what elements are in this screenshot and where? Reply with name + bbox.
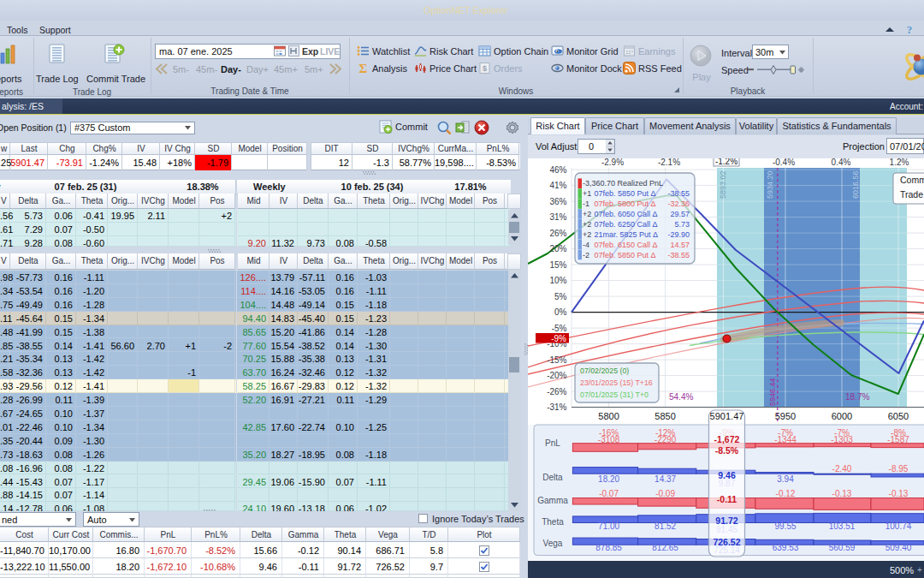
svg-text:Σ: Σ: [359, 62, 368, 74]
svg-text:-20%: -20%: [547, 371, 566, 380]
svg-text:18.20: 18.20: [598, 474, 619, 484]
svg-text:20%: 20%: [549, 244, 566, 253]
svg-text:-32.36: -32.36: [667, 200, 690, 208]
svg-text:Gamma: Gamma: [537, 496, 568, 505]
svg-text:-1303: -1303: [831, 435, 853, 444]
svg-text:-0.09: -0.09: [655, 489, 675, 498]
svg-text:6016.56: 6016.56: [851, 170, 860, 199]
svg-text:-1587: -1587: [887, 435, 909, 444]
svg-text:3.94: 3.94: [777, 474, 794, 484]
svg-text:878.85: 878.85: [595, 543, 622, 552]
svg-text:-2: -2: [583, 251, 589, 259]
svg-text:07feb. 6250 Call Δ: 07feb. 6250 Call Δ: [595, 220, 658, 229]
svg-text:91.72: 91.72: [715, 515, 737, 526]
svg-text:1.2%: 1.2%: [890, 158, 909, 167]
svg-text:100.74: 100.74: [886, 521, 912, 531]
svg-text:15%: 15%: [549, 260, 566, 270]
svg-text:07feb. 5850 Put Δ: 07feb. 5850 Put Δ: [595, 189, 656, 198]
svg-text:Vega: Vega: [543, 539, 563, 548]
svg-text:91.45: 91.45: [716, 525, 737, 534]
svg-text:-0.13: -0.13: [832, 489, 852, 498]
svg-text:PnL: PnL: [545, 438, 560, 448]
svg-text:31%: 31%: [549, 212, 566, 222]
svg-text:14.57: 14.57: [670, 241, 690, 249]
svg-text:18.7%: 18.7%: [845, 392, 869, 402]
svg-text:26%: 26%: [549, 229, 566, 238]
svg-text:-3,360.70 Realized PnL: -3,360.70 Realized PnL: [583, 179, 663, 188]
svg-text:07/02/2025 (0): 07/02/2025 (0): [580, 366, 629, 375]
svg-text:-2.1%: -2.1%: [658, 158, 680, 167]
svg-text:29.57: 29.57: [670, 210, 690, 218]
svg-text:Theta: Theta: [542, 517, 564, 527]
svg-text:6050: 6050: [888, 411, 909, 421]
svg-text:81.52: 81.52: [654, 521, 676, 531]
svg-text:-9%: -9%: [551, 334, 566, 343]
svg-text:+2: +2: [583, 210, 591, 218]
svg-text:99.55: 99.55: [774, 521, 796, 531]
svg-text:-1,672: -1,672: [714, 434, 740, 444]
svg-text:-8.95: -8.95: [889, 464, 909, 474]
svg-text:-0.12: -0.12: [776, 489, 796, 498]
svg-text:21mar. 5825 Put Δ: 21mar. 5825 Put Δ: [595, 230, 659, 239]
svg-text:-1: -1: [583, 200, 589, 208]
svg-text:07feb. 6050 Call Δ: 07feb. 6050 Call Δ: [595, 210, 658, 218]
svg-text:07feb. 6150 Call Δ: 07feb. 6150 Call Δ: [595, 241, 658, 249]
svg-text:41%: 41%: [549, 181, 566, 190]
svg-text:-1.2%: -1.2%: [715, 158, 737, 166]
svg-text:-0.11: -0.11: [717, 494, 737, 504]
svg-text:812.65: 812.65: [652, 543, 678, 552]
svg-text:+2: +2: [583, 230, 591, 239]
svg-text:-2.9%: -2.9%: [601, 158, 624, 167]
svg-text:-2.40: -2.40: [832, 464, 852, 474]
svg-text:+2: +2: [583, 220, 591, 229]
svg-text:0.4%: 0.4%: [832, 158, 851, 167]
svg-text:-4: -4: [583, 241, 589, 249]
svg-text:103.51: 103.51: [829, 521, 856, 531]
svg-text:5946.44: 5946.44: [768, 378, 777, 406]
svg-text:?: ?: [907, 23, 913, 36]
svg-text:-5%: -5%: [552, 324, 567, 333]
svg-text:639.53: 639.53: [773, 543, 799, 552]
svg-text:5950: 5950: [775, 411, 796, 421]
svg-text:+1: +1: [583, 189, 591, 198]
svg-text:5%: 5%: [554, 292, 567, 301]
svg-text:5800: 5800: [598, 411, 619, 421]
svg-text:-15%: -15%: [547, 355, 566, 365]
svg-text:725.14: 725.14: [714, 545, 740, 555]
svg-text:-8.5%: -8.5%: [715, 445, 739, 456]
svg-text:-38.55: -38.55: [667, 189, 690, 198]
svg-text:$: $: [483, 64, 487, 73]
svg-text:-31%: -31%: [547, 402, 566, 412]
svg-text:560.59: 560.59: [829, 543, 856, 552]
svg-text:5893.02: 5893.02: [719, 170, 727, 199]
svg-text:-26%: -26%: [547, 387, 566, 396]
svg-text:Trade C: Trade C: [900, 189, 924, 200]
svg-text:Comm: Comm: [900, 175, 924, 185]
svg-text:07feb. 5850 Put Δ: 07feb. 5850 Put Δ: [595, 251, 656, 259]
svg-text:0%: 0%: [554, 307, 567, 317]
svg-text:509.40: 509.40: [886, 543, 912, 552]
svg-text:-29.90: -29.90: [667, 230, 690, 239]
svg-text:6000: 6000: [832, 411, 852, 421]
svg-text:-1344: -1344: [774, 435, 797, 444]
svg-text:07/01/2025 (31) T+0: 07/01/2025 (31) T+0: [580, 390, 649, 399]
svg-text:5901.47: 5901.47: [710, 411, 744, 421]
svg-text:71.00: 71.00: [598, 521, 619, 531]
svg-text:-0.4%: -0.4%: [773, 158, 795, 167]
svg-text:-38.55: -38.55: [667, 251, 690, 259]
svg-text:Delta: Delta: [542, 473, 563, 482]
svg-text:9.87: 9.87: [719, 479, 736, 488]
svg-text:07feb. 5800 Put Δ: 07feb. 5800 Put Δ: [595, 200, 656, 208]
svg-text:-2290: -2290: [654, 435, 677, 444]
svg-text:54.4%: 54.4%: [669, 392, 693, 402]
svg-text:46%: 46%: [549, 165, 566, 175]
svg-text:-0.13: -0.13: [889, 489, 909, 498]
svg-text:5934.20: 5934.20: [766, 170, 774, 199]
svg-text:23/01/2025 (15) T+16: 23/01/2025 (15) T+16: [580, 378, 653, 387]
svg-text:-3108: -3108: [598, 435, 620, 444]
svg-text:36%: 36%: [549, 197, 566, 206]
svg-text:5.73: 5.73: [674, 220, 690, 229]
svg-text:14.37: 14.37: [654, 474, 676, 484]
svg-text:10%: 10%: [549, 276, 566, 285]
svg-text:-0.07: -0.07: [599, 489, 619, 498]
